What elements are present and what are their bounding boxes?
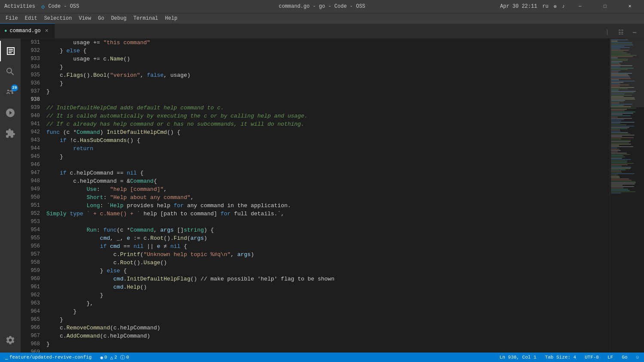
split-editor-button[interactable]: ⎱ [601,26,613,38]
minimap-line [611,148,617,148]
tab-close-button[interactable]: × [43,27,50,34]
line-numbers: 9319329339349359369379389399409419429439… [21,39,44,353]
minimap-line [611,90,619,90]
minimap-line [611,81,635,81]
line-number: 941 [21,120,40,128]
minimap-line [611,184,635,184]
info-count: 0 [126,355,129,360]
menu-view[interactable]: View [75,15,94,22]
menu-selection[interactable]: Selection [41,15,76,22]
line-number: 937 [21,87,40,96]
minimap-line [611,65,632,66]
line-number: 967 [21,332,40,340]
minimap-line [611,127,629,128]
activity-run[interactable] [0,103,21,123]
titlebar-center-title: command.go - go - Code - OSS [279,3,365,9]
minimap-line [611,72,619,72]
activity-search[interactable] [0,61,21,82]
minimap-line [611,124,626,125]
minimap-line [611,41,618,42]
minimap-line [611,141,631,142]
menu-terminal[interactable]: Terminal [130,15,162,22]
menu-help[interactable]: Help [161,15,181,22]
minimap-line [611,182,636,183]
minimap-line [611,191,635,192]
minimap-line [611,190,630,191]
layout-button[interactable]: ☷ [615,26,627,38]
more-button[interactable]: ⋯ [629,26,641,38]
menu-debug[interactable]: Debug [108,15,130,22]
minimap-line [611,144,631,145]
activity-source-control[interactable]: 29 [0,82,21,103]
main-content: 29 9319329339349359369379389399409419429… [0,39,644,353]
tab-file-icon: ● [4,28,7,33]
language-mode[interactable]: Go [620,355,629,360]
minimap-line [611,39,628,40]
activity-extensions[interactable] [0,123,21,144]
minimap-line [611,97,635,98]
line-number: 954 [21,226,40,234]
activity-explorer[interactable] [0,41,21,61]
minimap-line [611,132,628,133]
minimap-line [611,78,631,79]
line-number: 959 [21,267,40,275]
minimap-line [611,155,623,156]
cursor-position[interactable]: Ln 938, Col 1 [498,355,538,360]
line-number: 931 [21,39,40,47]
wifi-icon: ⊗ [554,3,557,10]
minimap-line [611,128,628,129]
close-button[interactable]: × [620,0,640,13]
info-icon: ⓘ [120,354,125,361]
minimap-line [611,51,623,52]
minimap-line [611,137,634,138]
tab-size[interactable]: Tab Size: 4 [543,355,578,360]
minimap-line [611,164,628,165]
minimap-line [611,46,625,47]
minimap-line [611,173,635,174]
minimap-line [611,61,623,62]
line-number: 940 [21,112,40,120]
minimap-line [611,177,620,178]
minimap-line [611,193,621,193]
minimap-line [611,121,621,121]
encoding[interactable]: UTF-8 [583,355,601,360]
minimap-line [611,109,627,110]
code-editor[interactable]: 9319329339349359369379389399409419429439… [21,39,610,353]
titlebar-left: Activities ◇ Code - OSS [4,3,79,10]
menubar: File Edit Selection View Go Debug Termin… [0,13,644,24]
minimap-line [611,154,630,155]
activity-settings[interactable] [0,330,21,350]
minimap-line [611,42,632,43]
branch-name: feature/updated-revive-config [9,355,91,360]
minimap-line [611,149,620,150]
line-ending[interactable]: LF [606,355,615,360]
errors-indicator[interactable]: ◉ 0 △ 2 ⓘ 0 [98,354,131,361]
line-number: 966 [21,324,40,332]
minimap-line [611,175,618,175]
minimap-line [611,176,620,177]
code-lines[interactable]: usage += "this command" } else { usage +… [44,39,610,353]
minimap-line [611,73,632,74]
minimap-line [611,168,631,169]
line-number: 938 [21,96,40,104]
menu-go[interactable]: Go [94,15,107,22]
minimize-button[interactable]: ─ [570,0,590,13]
git-branch-indicator[interactable]: ⎯ feature/updated-revive-config [3,355,93,360]
tab-command-go[interactable]: ● command.go × [0,23,55,38]
minimap-line [611,153,627,154]
minimap-line [611,185,623,186]
line-number: 961 [21,283,40,291]
minimap-line [611,48,620,49]
minimap-line [611,69,628,70]
minimap-line [611,47,630,48]
line-number: 945 [21,153,40,161]
statusbar-left: ⎯ feature/updated-revive-config ◉ 0 △ 2 … [3,354,131,361]
menu-edit[interactable]: Edit [21,15,41,22]
menu-file[interactable]: File [2,15,21,22]
minimap-line [611,59,628,60]
error-icon: ◉ [100,355,103,360]
tab-filename: command.go [10,28,41,34]
activities-label[interactable]: Activities [4,3,35,9]
feedback-button[interactable]: ☺ [634,355,641,360]
restore-button[interactable]: □ [595,0,615,13]
